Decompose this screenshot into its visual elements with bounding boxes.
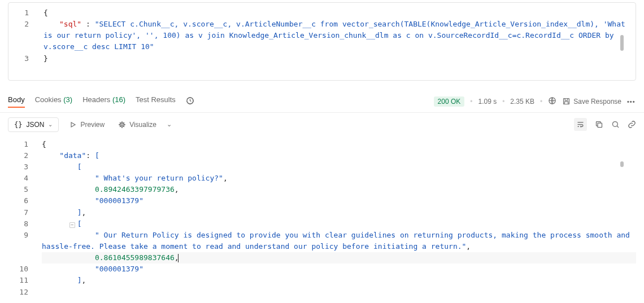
response-size: 2.35 KB (510, 98, 534, 106)
braces-icon: {} (14, 121, 22, 129)
response-body-editor[interactable]: 123456789 101112 { "data": [ [ " What's … (0, 137, 644, 300)
colon: : (81, 20, 94, 28)
scrollbar[interactable] (620, 161, 624, 167)
response-tabs: Body Cookies (3) Headers (16) Test Resul… (8, 95, 423, 108)
code-line[interactable]: "000001379" (42, 264, 636, 275)
dot-separator: • (540, 98, 542, 106)
line-number: 9 (8, 230, 35, 241)
chevron-down-icon[interactable]: ⌄ (167, 121, 172, 128)
line-number: 7 (8, 207, 35, 218)
json-string: "SELECT c.Chunk__c, v.score__c, v.Articl… (43, 20, 625, 51)
search-icon[interactable] (611, 120, 620, 129)
visualize-button[interactable]: Visualize (115, 118, 160, 131)
status-badge: 200 OK (434, 96, 465, 107)
code-line[interactable]: { (42, 139, 636, 150)
dot-separator: • (502, 98, 504, 106)
visualize-icon (118, 121, 126, 129)
code-line[interactable]: 0.8942463397979736, (42, 184, 636, 195)
scrollbar[interactable] (620, 35, 624, 51)
save-response-button[interactable]: Save Response (562, 97, 621, 106)
line-gutter: 1 2 - - 3 (8, 7, 37, 64)
preview-button[interactable]: Preview (66, 118, 108, 131)
code-line[interactable]: [ (42, 161, 636, 173)
wrap-text-icon[interactable] (574, 118, 587, 131)
code-line[interactable]: "data": [ (42, 150, 636, 161)
line-gutter: 123456789 101112 (8, 139, 35, 298)
format-dropdown[interactable]: {} JSON ⌄ (8, 117, 59, 132)
response-meta: 200 OK • 1.09 s • 2.35 KB • Save Respons… (434, 96, 636, 107)
response-time: 1.09 s (478, 98, 497, 106)
link-icon[interactable] (628, 120, 636, 129)
code-line[interactable]: " What's your return policy?", (42, 173, 636, 184)
code-content[interactable]: { "sql" : "SELECT c.Chunk__c, v.score__c… (37, 7, 636, 64)
toolbar-right (574, 118, 636, 131)
line-number: 3 (8, 161, 35, 173)
code-line[interactable]: " Our Return Policy is designed to provi… (42, 230, 636, 252)
brace: } (43, 54, 48, 63)
response-bar: Body Cookies (3) Headers (16) Test Resul… (0, 91, 644, 113)
tab-cookies[interactable]: Cookies (3) (35, 95, 72, 107)
dot-separator: • (470, 98, 472, 106)
line-number: 6 (8, 195, 35, 207)
tab-label: Cookies (35, 95, 62, 104)
line-number: 1 (8, 7, 37, 19)
tab-body[interactable]: Body (8, 95, 25, 108)
line-number: 3 (8, 53, 37, 64)
history-icon[interactable] (186, 96, 194, 107)
code-line[interactable]: 0.8610455989837646, (42, 252, 636, 264)
globe-icon[interactable] (548, 96, 556, 107)
line-number: 12 (8, 287, 35, 298)
chevron-down-icon: ⌄ (48, 121, 53, 128)
request-body-editor[interactable]: 1 2 - - 3 { "sql" : "SELECT c.Chunk__c, … (8, 2, 636, 81)
svg-rect-4 (598, 123, 602, 128)
svg-point-3 (121, 124, 123, 126)
line-number: 5 (8, 184, 35, 195)
play-icon (69, 121, 77, 129)
tab-label: Headers (82, 95, 110, 104)
code-line[interactable]: ], (42, 275, 636, 286)
brace: { (43, 8, 48, 17)
line-number: 2 (8, 150, 35, 161)
code-line[interactable]: "000001379" (42, 195, 636, 207)
code-line[interactable]: −[ (42, 218, 636, 230)
save-response-label: Save Response (573, 98, 621, 106)
tab-count: (3) (63, 95, 72, 104)
line-number: 4 (8, 173, 35, 184)
code-line[interactable]: ], (42, 207, 636, 218)
line-number: 11 (8, 275, 35, 286)
response-toolbar: {} JSON ⌄ Preview Visualize ⌄ (0, 113, 644, 137)
line-number: 8 (8, 218, 35, 230)
code-content[interactable]: { "data": [ [ " What's your return polic… (35, 139, 636, 298)
format-label: JSON (26, 121, 44, 129)
preview-label: Preview (80, 121, 105, 129)
line-number: 2 (8, 19, 37, 30)
copy-icon[interactable] (595, 120, 603, 129)
tab-headers[interactable]: Headers (16) (82, 95, 125, 107)
tab-test-results[interactable]: Test Results (136, 95, 176, 107)
line-number: 1 (8, 139, 35, 150)
svg-point-5 (613, 122, 618, 127)
tab-count: (16) (112, 95, 125, 104)
more-icon[interactable]: ••• (627, 98, 636, 105)
line-number: 10 (8, 264, 35, 275)
visualize-label: Visualize (129, 121, 156, 129)
json-key: "sql" (59, 20, 81, 28)
